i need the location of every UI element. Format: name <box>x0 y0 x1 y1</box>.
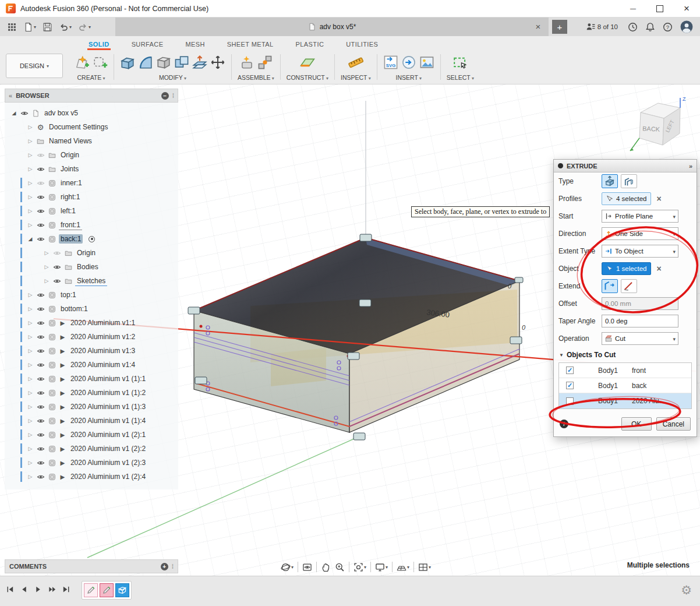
expand-arrow-icon[interactable]: ▷ <box>27 152 34 158</box>
expand-arrow-icon[interactable]: ▷ <box>27 292 34 298</box>
visibility-eye-icon[interactable] <box>52 278 62 284</box>
expand-arrow-icon[interactable]: ▷ <box>27 166 34 172</box>
ribbon-group-label[interactable]: INSPECT <box>341 74 371 81</box>
expand-arrow-icon[interactable]: ▷ <box>27 390 34 396</box>
joint-button[interactable] <box>257 55 273 70</box>
help-icon[interactable]: ? <box>663 22 673 32</box>
extrude-dialog-header[interactable]: EXTRUDE <box>554 160 697 172</box>
browser-item-label[interactable]: 2020 Aluminium v1 (1):1 <box>69 374 147 383</box>
browser-item[interactable]: ▷Origin <box>5 246 178 260</box>
visibility-eye-icon[interactable] <box>36 334 45 340</box>
browser-item[interactable]: ▷►2020 Aluminium v1:4 <box>5 358 178 372</box>
minimize-panel-icon[interactable] <box>161 92 169 100</box>
ribbon-tab-sheet-metal[interactable]: SHEET METAL <box>226 41 275 50</box>
expand-arrow-icon[interactable]: ▷ <box>27 334 34 340</box>
expand-arrow-icon[interactable]: ▷ <box>27 124 34 130</box>
zoom-button[interactable] <box>335 562 345 572</box>
dialog-collapse-icon[interactable] <box>689 163 692 170</box>
tl-play-button[interactable] <box>34 585 43 594</box>
checkbox[interactable] <box>566 382 574 389</box>
expand-arrow-icon[interactable]: ▷ <box>27 404 34 410</box>
expand-arrow-icon[interactable]: ▷ <box>27 418 34 424</box>
collapse-arrow-icon[interactable]: ◢ <box>27 236 34 242</box>
browser-item[interactable]: ▷Origin <box>5 148 178 162</box>
browser-item[interactable]: ▷►2020 Aluminium v1 (2):2 <box>5 442 178 456</box>
timeline-item-extrude-tl[interactable] <box>115 583 129 597</box>
extrude-type-thin-button[interactable] <box>621 174 637 188</box>
browser-item-label[interactable]: Document Settings <box>47 122 109 132</box>
file-menu-button[interactable] <box>21 21 38 33</box>
insert-svg-button[interactable]: SVG <box>383 55 398 70</box>
browser-item-label[interactable]: Sketches <box>75 276 107 286</box>
new-component-create-button[interactable] <box>93 55 108 70</box>
checkbox[interactable] <box>566 397 574 405</box>
expand-arrow-icon[interactable]: ▷ <box>27 222 34 228</box>
browser-item-label[interactable]: front:1 <box>59 220 82 230</box>
expand-arrow-icon[interactable]: ▷ <box>27 460 34 466</box>
object-select-button[interactable]: 1 selected <box>602 262 651 275</box>
timeline-item-sketch[interactable] <box>100 583 114 597</box>
browser-item-label[interactable]: bottom:1 <box>59 304 90 313</box>
display-settings-button[interactable] <box>375 562 388 572</box>
timeline-item-sketch[interactable] <box>84 583 98 597</box>
browser-item-label[interactable]: left:1 <box>59 206 77 216</box>
extrude-type-solid-button[interactable] <box>602 174 618 188</box>
expand-arrow-icon[interactable]: ▷ <box>27 320 34 326</box>
visibility-eye-icon[interactable] <box>36 446 45 452</box>
ribbon-group-label[interactable]: CREATE <box>77 74 105 81</box>
browser-item-label[interactable]: Named Views <box>47 136 94 146</box>
look-at-button[interactable] <box>302 562 312 572</box>
browser-item-label[interactable]: 2020 Aluminium v1 (2):4 <box>69 472 147 481</box>
browser-item-label[interactable]: back:1 <box>59 234 83 244</box>
close-window-button[interactable] <box>673 0 700 17</box>
expand-arrow-icon[interactable]: ▷ <box>43 278 50 284</box>
tl-back-button[interactable] <box>20 585 29 594</box>
expand-arrow-icon[interactable]: ▷ <box>27 138 34 144</box>
maximize-button[interactable] <box>646 0 673 17</box>
browser-item[interactable]: ▷►2020 Aluminium v1 (1):3 <box>5 400 178 414</box>
ribbon-group-label[interactable]: MODIFY <box>159 74 186 81</box>
app-grid-button[interactable] <box>5 21 19 33</box>
ribbon-tab-plastic[interactable]: PLASTIC <box>295 41 326 50</box>
browser-item[interactable]: ▷►2020 Aluminium v1 (2):4 <box>5 470 178 484</box>
visibility-eye-icon[interactable] <box>36 180 45 186</box>
undo-button[interactable] <box>56 21 74 33</box>
create-sketch-button[interactable] <box>75 55 90 70</box>
browser-item-label[interactable]: 2020 Aluminium v1 (2):1 <box>69 430 147 439</box>
expand-arrow-icon[interactable]: ▷ <box>27 474 34 480</box>
browser-item[interactable]: ▷►2020 Aluminium v1 (2):3 <box>5 456 178 470</box>
browser-item-label[interactable]: 2020 Aluminium v1:2 <box>69 332 137 341</box>
browser-item[interactable]: ▷►2020 Aluminium v1:1 <box>5 316 178 330</box>
visibility-eye-icon[interactable] <box>36 222 45 228</box>
browser-item[interactable]: ◢back:1 <box>5 232 178 246</box>
browser-item-label[interactable]: 2020 Aluminium v1:1 <box>69 318 137 327</box>
clear-profiles-icon[interactable] <box>656 194 661 203</box>
expand-arrow-icon[interactable]: ▷ <box>27 362 34 368</box>
start-select[interactable]: Profile Plane <box>602 210 678 223</box>
info-icon[interactable] <box>560 420 568 428</box>
browser-item-label[interactable]: 2020 Aluminium v1 (2):2 <box>69 444 147 453</box>
new-tab-button[interactable] <box>552 20 567 34</box>
browser-item-label[interactable]: Origin <box>59 150 81 160</box>
collapse-browser-icon[interactable] <box>9 92 12 99</box>
offset-input[interactable]: 0.00 mm <box>602 297 678 310</box>
select-window-button[interactable] <box>452 55 468 70</box>
visibility-eye-icon[interactable] <box>36 362 45 368</box>
ribbon-tab-utilities[interactable]: UTILITIES <box>345 41 379 50</box>
viewports-button[interactable] <box>418 562 431 572</box>
visibility-eye-icon[interactable] <box>36 236 45 242</box>
visibility-eye-icon[interactable] <box>36 404 45 410</box>
visibility-eye-icon[interactable] <box>36 292 45 298</box>
ribbon-group-label[interactable]: INSERT <box>396 74 422 81</box>
ribbon-tab-surface[interactable]: SURFACE <box>130 41 165 50</box>
visibility-eye-icon[interactable] <box>36 390 45 396</box>
combine-button[interactable] <box>174 55 189 70</box>
expand-arrow-icon[interactable]: ▷ <box>43 264 50 270</box>
browser-item-label[interactable]: Joints <box>59 164 80 174</box>
browser-item-label[interactable]: 2020 Aluminium v1:3 <box>69 346 137 355</box>
browser-item[interactable]: ▷►2020 Aluminium v1 (2):1 <box>5 428 178 442</box>
ok-button[interactable]: OK <box>621 417 652 431</box>
insert-derive-button[interactable] <box>401 55 416 70</box>
browser-item-label[interactable]: 2020 Aluminium v1 (1):4 <box>69 416 147 425</box>
browser-item[interactable]: ▷inner:1 <box>5 176 178 190</box>
